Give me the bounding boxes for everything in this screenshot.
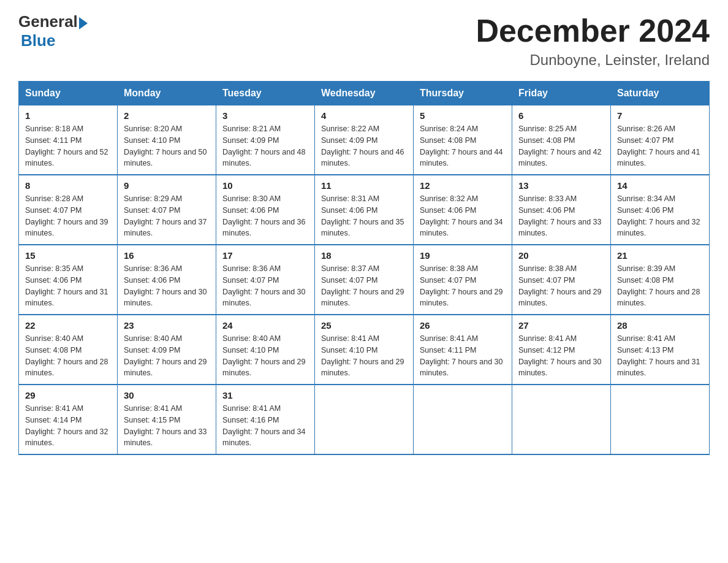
logo-text-general: General (18, 12, 78, 31)
header-tuesday: Tuesday (216, 82, 315, 105)
day-info: Sunrise: 8:37 AM Sunset: 4:07 PM Dayligh… (321, 263, 407, 309)
calendar-cell-w4-d1: 22 Sunrise: 8:40 AM Sunset: 4:08 PM Dayl… (19, 315, 118, 385)
day-info: Sunrise: 8:29 AM Sunset: 4:07 PM Dayligh… (124, 193, 210, 239)
calendar-cell-w3-d6: 20 Sunrise: 8:38 AM Sunset: 4:07 PM Dayl… (512, 245, 611, 315)
day-number: 22 (25, 320, 111, 331)
day-number: 4 (321, 110, 407, 121)
day-info: Sunrise: 8:38 AM Sunset: 4:07 PM Dayligh… (518, 263, 604, 309)
day-info: Sunrise: 8:36 AM Sunset: 4:07 PM Dayligh… (222, 263, 308, 309)
day-info: Sunrise: 8:41 AM Sunset: 4:13 PM Dayligh… (617, 333, 703, 379)
calendar-cell-w1-d2: 2 Sunrise: 8:20 AM Sunset: 4:10 PM Dayli… (118, 105, 216, 175)
day-info: Sunrise: 8:32 AM Sunset: 4:06 PM Dayligh… (420, 193, 506, 239)
calendar-cell-w3-d1: 15 Sunrise: 8:35 AM Sunset: 4:06 PM Dayl… (19, 245, 118, 315)
day-number: 8 (25, 180, 111, 191)
day-info: Sunrise: 8:41 AM Sunset: 4:12 PM Dayligh… (518, 333, 604, 379)
day-number: 1 (25, 110, 111, 121)
calendar-week-4: 22 Sunrise: 8:40 AM Sunset: 4:08 PM Dayl… (19, 315, 710, 385)
day-number: 13 (518, 180, 604, 191)
day-info: Sunrise: 8:34 AM Sunset: 4:06 PM Dayligh… (617, 193, 703, 239)
day-number: 10 (222, 180, 308, 191)
day-number: 6 (518, 110, 604, 121)
header-wednesday: Wednesday (315, 82, 414, 105)
calendar-week-5: 29 Sunrise: 8:41 AM Sunset: 4:14 PM Dayl… (19, 385, 710, 454)
calendar-cell-w1-d1: 1 Sunrise: 8:18 AM Sunset: 4:11 PM Dayli… (19, 105, 118, 175)
calendar-cell-w4-d3: 24 Sunrise: 8:40 AM Sunset: 4:10 PM Dayl… (216, 315, 315, 385)
day-number: 26 (420, 320, 506, 331)
calendar-cell-w1-d6: 6 Sunrise: 8:25 AM Sunset: 4:08 PM Dayli… (512, 105, 611, 175)
header-friday: Friday (512, 82, 611, 105)
day-info: Sunrise: 8:20 AM Sunset: 4:10 PM Dayligh… (124, 123, 210, 169)
header-monday: Monday (118, 82, 216, 105)
calendar-cell-w5-d4 (315, 385, 414, 454)
day-number: 7 (617, 110, 703, 121)
header-saturday: Saturday (611, 82, 710, 105)
day-info: Sunrise: 8:28 AM Sunset: 4:07 PM Dayligh… (25, 193, 111, 239)
day-info: Sunrise: 8:40 AM Sunset: 4:10 PM Dayligh… (222, 333, 308, 379)
day-number: 21 (617, 250, 703, 261)
calendar-cell-w4-d6: 27 Sunrise: 8:41 AM Sunset: 4:12 PM Dayl… (512, 315, 611, 385)
day-number: 12 (420, 180, 506, 191)
calendar-cell-w3-d4: 18 Sunrise: 8:37 AM Sunset: 4:07 PM Dayl… (315, 245, 414, 315)
header-thursday: Thursday (414, 82, 512, 105)
calendar-cell-w1-d4: 4 Sunrise: 8:22 AM Sunset: 4:09 PM Dayli… (315, 105, 414, 175)
day-number: 14 (617, 180, 703, 191)
day-info: Sunrise: 8:22 AM Sunset: 4:09 PM Dayligh… (321, 123, 407, 169)
day-info: Sunrise: 8:41 AM Sunset: 4:16 PM Dayligh… (222, 403, 308, 449)
logo-triangle-icon (79, 17, 88, 29)
calendar-cell-w2-d7: 14 Sunrise: 8:34 AM Sunset: 4:06 PM Dayl… (611, 175, 710, 245)
calendar-week-1: 1 Sunrise: 8:18 AM Sunset: 4:11 PM Dayli… (19, 105, 710, 175)
calendar-cell-w5-d2: 30 Sunrise: 8:41 AM Sunset: 4:15 PM Dayl… (118, 385, 216, 454)
calendar-cell-w5-d7 (611, 385, 710, 454)
day-number: 30 (124, 390, 210, 400)
calendar-cell-w4-d5: 26 Sunrise: 8:41 AM Sunset: 4:11 PM Dayl… (414, 315, 512, 385)
day-info: Sunrise: 8:25 AM Sunset: 4:08 PM Dayligh… (518, 123, 604, 169)
calendar-cell-w5-d1: 29 Sunrise: 8:41 AM Sunset: 4:14 PM Dayl… (19, 385, 118, 454)
calendar-cell-w2-d6: 13 Sunrise: 8:33 AM Sunset: 4:06 PM Dayl… (512, 175, 611, 245)
calendar-cell-w3-d5: 19 Sunrise: 8:38 AM Sunset: 4:07 PM Dayl… (414, 245, 512, 315)
calendar-cell-w5-d3: 31 Sunrise: 8:41 AM Sunset: 4:16 PM Dayl… (216, 385, 315, 454)
day-number: 3 (222, 110, 308, 121)
calendar-table: Sunday Monday Tuesday Wednesday Thursday… (18, 81, 710, 455)
day-number: 18 (321, 250, 407, 261)
day-info: Sunrise: 8:40 AM Sunset: 4:08 PM Dayligh… (25, 333, 111, 379)
day-info: Sunrise: 8:26 AM Sunset: 4:07 PM Dayligh… (617, 123, 703, 169)
calendar-cell-w3-d7: 21 Sunrise: 8:39 AM Sunset: 4:08 PM Dayl… (611, 245, 710, 315)
calendar-week-3: 15 Sunrise: 8:35 AM Sunset: 4:06 PM Dayl… (19, 245, 710, 315)
calendar-cell-w4-d4: 25 Sunrise: 8:41 AM Sunset: 4:10 PM Dayl… (315, 315, 414, 385)
calendar-cell-w1-d5: 5 Sunrise: 8:24 AM Sunset: 4:08 PM Dayli… (414, 105, 512, 175)
day-number: 17 (222, 250, 308, 261)
location-title: Dunboyne, Leinster, Ireland (476, 52, 710, 69)
day-info: Sunrise: 8:41 AM Sunset: 4:11 PM Dayligh… (420, 333, 506, 379)
calendar-cell-w5-d5 (414, 385, 512, 454)
calendar-cell-w4-d7: 28 Sunrise: 8:41 AM Sunset: 4:13 PM Dayl… (611, 315, 710, 385)
day-number: 2 (124, 110, 210, 121)
day-number: 24 (222, 320, 308, 331)
day-info: Sunrise: 8:33 AM Sunset: 4:06 PM Dayligh… (518, 193, 604, 239)
calendar-cell-w4-d2: 23 Sunrise: 8:40 AM Sunset: 4:09 PM Dayl… (118, 315, 216, 385)
day-number: 16 (124, 250, 210, 261)
calendar-cell-w1-d7: 7 Sunrise: 8:26 AM Sunset: 4:07 PM Dayli… (611, 105, 710, 175)
day-info: Sunrise: 8:24 AM Sunset: 4:08 PM Dayligh… (420, 123, 506, 169)
day-number: 23 (124, 320, 210, 331)
calendar-cell-w5-d6 (512, 385, 611, 454)
day-info: Sunrise: 8:41 AM Sunset: 4:10 PM Dayligh… (321, 333, 407, 379)
day-number: 29 (25, 390, 111, 400)
calendar-cell-w3-d3: 17 Sunrise: 8:36 AM Sunset: 4:07 PM Dayl… (216, 245, 315, 315)
calendar-cell-w2-d5: 12 Sunrise: 8:32 AM Sunset: 4:06 PM Dayl… (414, 175, 512, 245)
calendar-header-row: Sunday Monday Tuesday Wednesday Thursday… (19, 82, 710, 105)
day-number: 31 (222, 390, 308, 400)
calendar-cell-w2-d3: 10 Sunrise: 8:30 AM Sunset: 4:06 PM Dayl… (216, 175, 315, 245)
day-number: 28 (617, 320, 703, 331)
calendar-cell-w2-d2: 9 Sunrise: 8:29 AM Sunset: 4:07 PM Dayli… (118, 175, 216, 245)
day-info: Sunrise: 8:21 AM Sunset: 4:09 PM Dayligh… (222, 123, 308, 169)
day-info: Sunrise: 8:38 AM Sunset: 4:07 PM Dayligh… (420, 263, 506, 309)
day-info: Sunrise: 8:36 AM Sunset: 4:06 PM Dayligh… (124, 263, 210, 309)
day-info: Sunrise: 8:39 AM Sunset: 4:08 PM Dayligh… (617, 263, 703, 309)
calendar-week-2: 8 Sunrise: 8:28 AM Sunset: 4:07 PM Dayli… (19, 175, 710, 245)
day-info: Sunrise: 8:18 AM Sunset: 4:11 PM Dayligh… (25, 123, 111, 169)
logo: General Blue (18, 12, 88, 50)
calendar-cell-w1-d3: 3 Sunrise: 8:21 AM Sunset: 4:09 PM Dayli… (216, 105, 315, 175)
page-header: General Blue December 2024 Dunboyne, Lei… (18, 12, 710, 69)
day-info: Sunrise: 8:41 AM Sunset: 4:14 PM Dayligh… (25, 403, 111, 449)
month-year-title: December 2024 (476, 12, 710, 49)
